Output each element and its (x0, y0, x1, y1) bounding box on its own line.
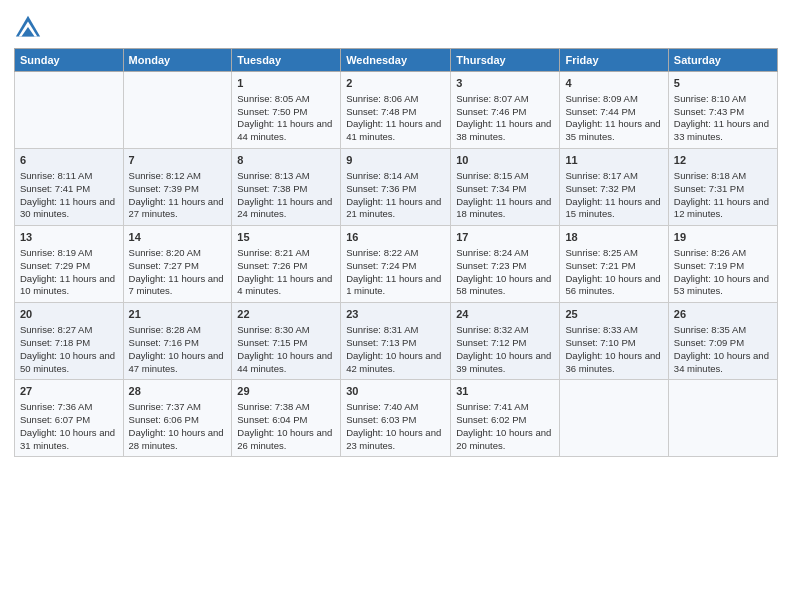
day-number: 21 (129, 307, 227, 322)
day-cell: 5Sunrise: 8:10 AM Sunset: 7:43 PM Daylig… (668, 72, 777, 149)
day-number: 26 (674, 307, 772, 322)
day-number: 23 (346, 307, 445, 322)
day-number: 3 (456, 76, 554, 91)
day-number: 1 (237, 76, 335, 91)
day-number: 24 (456, 307, 554, 322)
day-info: Sunrise: 8:30 AM Sunset: 7:15 PM Dayligh… (237, 324, 335, 375)
day-cell: 30Sunrise: 7:40 AM Sunset: 6:03 PM Dayli… (341, 380, 451, 457)
day-info: Sunrise: 8:33 AM Sunset: 7:10 PM Dayligh… (565, 324, 662, 375)
day-number: 28 (129, 384, 227, 399)
day-cell: 10Sunrise: 8:15 AM Sunset: 7:34 PM Dayli… (451, 149, 560, 226)
day-cell: 21Sunrise: 8:28 AM Sunset: 7:16 PM Dayli… (123, 303, 232, 380)
day-cell: 25Sunrise: 8:33 AM Sunset: 7:10 PM Dayli… (560, 303, 668, 380)
day-cell: 26Sunrise: 8:35 AM Sunset: 7:09 PM Dayli… (668, 303, 777, 380)
day-cell: 12Sunrise: 8:18 AM Sunset: 7:31 PM Dayli… (668, 149, 777, 226)
day-info: Sunrise: 8:32 AM Sunset: 7:12 PM Dayligh… (456, 324, 554, 375)
day-info: Sunrise: 8:07 AM Sunset: 7:46 PM Dayligh… (456, 93, 554, 144)
page-container: SundayMondayTuesdayWednesdayThursdayFrid… (0, 0, 792, 467)
col-header-wednesday: Wednesday (341, 49, 451, 72)
day-number: 25 (565, 307, 662, 322)
day-cell: 19Sunrise: 8:26 AM Sunset: 7:19 PM Dayli… (668, 226, 777, 303)
day-cell: 3Sunrise: 8:07 AM Sunset: 7:46 PM Daylig… (451, 72, 560, 149)
logo (14, 14, 44, 42)
day-info: Sunrise: 8:24 AM Sunset: 7:23 PM Dayligh… (456, 247, 554, 298)
day-cell (15, 72, 124, 149)
col-header-saturday: Saturday (668, 49, 777, 72)
day-cell: 1Sunrise: 8:05 AM Sunset: 7:50 PM Daylig… (232, 72, 341, 149)
day-cell: 31Sunrise: 7:41 AM Sunset: 6:02 PM Dayli… (451, 380, 560, 457)
day-cell: 9Sunrise: 8:14 AM Sunset: 7:36 PM Daylig… (341, 149, 451, 226)
day-info: Sunrise: 7:41 AM Sunset: 6:02 PM Dayligh… (456, 401, 554, 452)
day-number: 14 (129, 230, 227, 245)
header-row: SundayMondayTuesdayWednesdayThursdayFrid… (15, 49, 778, 72)
day-number: 15 (237, 230, 335, 245)
day-info: Sunrise: 8:12 AM Sunset: 7:39 PM Dayligh… (129, 170, 227, 221)
day-cell (668, 380, 777, 457)
day-info: Sunrise: 8:15 AM Sunset: 7:34 PM Dayligh… (456, 170, 554, 221)
day-info: Sunrise: 7:40 AM Sunset: 6:03 PM Dayligh… (346, 401, 445, 452)
day-info: Sunrise: 8:28 AM Sunset: 7:16 PM Dayligh… (129, 324, 227, 375)
day-cell: 20Sunrise: 8:27 AM Sunset: 7:18 PM Dayli… (15, 303, 124, 380)
day-cell: 7Sunrise: 8:12 AM Sunset: 7:39 PM Daylig… (123, 149, 232, 226)
day-info: Sunrise: 8:21 AM Sunset: 7:26 PM Dayligh… (237, 247, 335, 298)
day-info: Sunrise: 8:11 AM Sunset: 7:41 PM Dayligh… (20, 170, 118, 221)
day-number: 12 (674, 153, 772, 168)
day-cell: 28Sunrise: 7:37 AM Sunset: 6:06 PM Dayli… (123, 380, 232, 457)
day-cell: 24Sunrise: 8:32 AM Sunset: 7:12 PM Dayli… (451, 303, 560, 380)
day-info: Sunrise: 8:22 AM Sunset: 7:24 PM Dayligh… (346, 247, 445, 298)
day-cell: 14Sunrise: 8:20 AM Sunset: 7:27 PM Dayli… (123, 226, 232, 303)
day-number: 10 (456, 153, 554, 168)
day-cell: 4Sunrise: 8:09 AM Sunset: 7:44 PM Daylig… (560, 72, 668, 149)
day-number: 22 (237, 307, 335, 322)
day-info: Sunrise: 8:35 AM Sunset: 7:09 PM Dayligh… (674, 324, 772, 375)
day-number: 17 (456, 230, 554, 245)
day-number: 29 (237, 384, 335, 399)
day-info: Sunrise: 7:36 AM Sunset: 6:07 PM Dayligh… (20, 401, 118, 452)
day-cell: 22Sunrise: 8:30 AM Sunset: 7:15 PM Dayli… (232, 303, 341, 380)
day-number: 2 (346, 76, 445, 91)
day-cell: 2Sunrise: 8:06 AM Sunset: 7:48 PM Daylig… (341, 72, 451, 149)
day-cell: 8Sunrise: 8:13 AM Sunset: 7:38 PM Daylig… (232, 149, 341, 226)
day-number: 31 (456, 384, 554, 399)
col-header-tuesday: Tuesday (232, 49, 341, 72)
day-number: 9 (346, 153, 445, 168)
day-info: Sunrise: 8:25 AM Sunset: 7:21 PM Dayligh… (565, 247, 662, 298)
day-info: Sunrise: 7:37 AM Sunset: 6:06 PM Dayligh… (129, 401, 227, 452)
day-info: Sunrise: 8:19 AM Sunset: 7:29 PM Dayligh… (20, 247, 118, 298)
col-header-sunday: Sunday (15, 49, 124, 72)
col-header-monday: Monday (123, 49, 232, 72)
day-cell: 15Sunrise: 8:21 AM Sunset: 7:26 PM Dayli… (232, 226, 341, 303)
day-info: Sunrise: 8:27 AM Sunset: 7:18 PM Dayligh… (20, 324, 118, 375)
calendar-table: SundayMondayTuesdayWednesdayThursdayFrid… (14, 48, 778, 457)
logo-icon (14, 14, 42, 42)
day-number: 20 (20, 307, 118, 322)
day-number: 16 (346, 230, 445, 245)
day-number: 19 (674, 230, 772, 245)
day-info: Sunrise: 8:14 AM Sunset: 7:36 PM Dayligh… (346, 170, 445, 221)
day-number: 13 (20, 230, 118, 245)
day-info: Sunrise: 8:20 AM Sunset: 7:27 PM Dayligh… (129, 247, 227, 298)
col-header-friday: Friday (560, 49, 668, 72)
day-number: 6 (20, 153, 118, 168)
day-number: 4 (565, 76, 662, 91)
day-cell: 16Sunrise: 8:22 AM Sunset: 7:24 PM Dayli… (341, 226, 451, 303)
day-number: 7 (129, 153, 227, 168)
week-row-2: 6Sunrise: 8:11 AM Sunset: 7:41 PM Daylig… (15, 149, 778, 226)
day-cell: 13Sunrise: 8:19 AM Sunset: 7:29 PM Dayli… (15, 226, 124, 303)
day-number: 11 (565, 153, 662, 168)
day-cell: 17Sunrise: 8:24 AM Sunset: 7:23 PM Dayli… (451, 226, 560, 303)
day-cell: 18Sunrise: 8:25 AM Sunset: 7:21 PM Dayli… (560, 226, 668, 303)
week-row-5: 27Sunrise: 7:36 AM Sunset: 6:07 PM Dayli… (15, 380, 778, 457)
day-info: Sunrise: 8:26 AM Sunset: 7:19 PM Dayligh… (674, 247, 772, 298)
day-cell: 27Sunrise: 7:36 AM Sunset: 6:07 PM Dayli… (15, 380, 124, 457)
day-cell: 11Sunrise: 8:17 AM Sunset: 7:32 PM Dayli… (560, 149, 668, 226)
day-info: Sunrise: 8:06 AM Sunset: 7:48 PM Dayligh… (346, 93, 445, 144)
week-row-3: 13Sunrise: 8:19 AM Sunset: 7:29 PM Dayli… (15, 226, 778, 303)
day-cell (560, 380, 668, 457)
week-row-1: 1Sunrise: 8:05 AM Sunset: 7:50 PM Daylig… (15, 72, 778, 149)
day-cell (123, 72, 232, 149)
day-info: Sunrise: 8:31 AM Sunset: 7:13 PM Dayligh… (346, 324, 445, 375)
day-number: 8 (237, 153, 335, 168)
day-info: Sunrise: 8:09 AM Sunset: 7:44 PM Dayligh… (565, 93, 662, 144)
day-info: Sunrise: 8:13 AM Sunset: 7:38 PM Dayligh… (237, 170, 335, 221)
